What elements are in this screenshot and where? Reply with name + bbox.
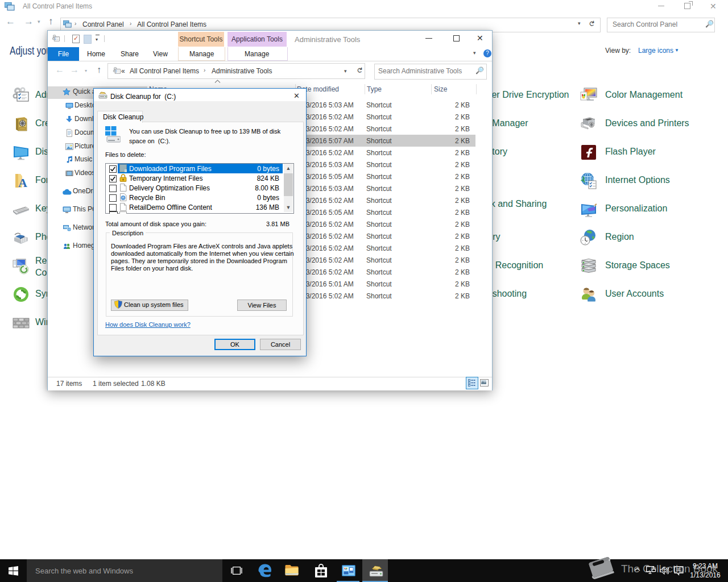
svg-text:A: A	[18, 176, 27, 190]
